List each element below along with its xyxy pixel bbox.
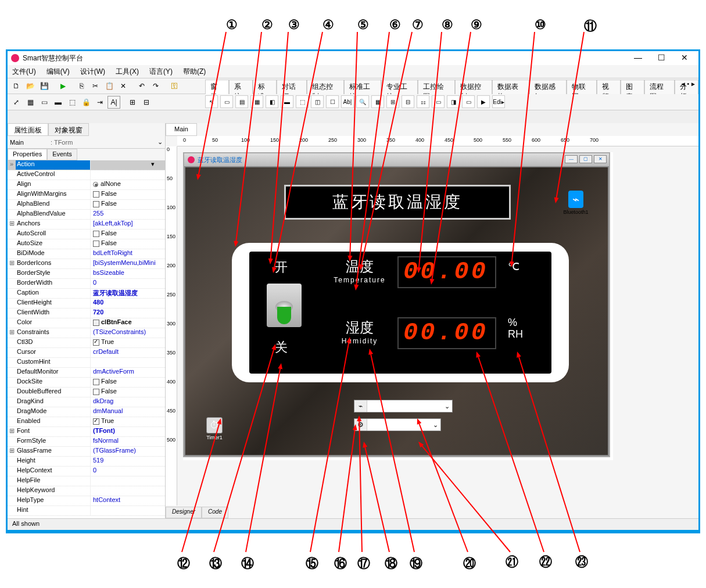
- palette-component[interactable]: ⊟: [402, 95, 414, 108]
- property-row[interactable]: AlignalNone: [8, 180, 165, 190]
- palette-component[interactable]: ⚏: [417, 95, 429, 108]
- palette-component[interactable]: ▶: [477, 95, 490, 108]
- toggle-switch[interactable]: [267, 284, 302, 327]
- chevron-down-icon[interactable]: ⌄: [430, 419, 440, 431]
- paste-icon[interactable]: 📋: [103, 80, 116, 92]
- designed-form[interactable]: 蓝牙读取温湿度 — ▢ ✕ 蓝牙读取温湿度 ⌁ Bluetooth1: [183, 152, 610, 457]
- chevron-down-icon[interactable]: ⌄: [157, 138, 163, 146]
- front-icon[interactable]: ▭: [38, 96, 51, 109]
- palette-component[interactable]: ▤: [235, 95, 248, 108]
- palette-component[interactable]: ▭: [220, 95, 233, 108]
- property-row[interactable]: ClientWidth720: [8, 309, 165, 318]
- property-row[interactable]: ⊞GlassFrame(TGlassFrame): [8, 447, 165, 457]
- palette-component[interactable]: ◧: [266, 95, 278, 108]
- save-icon[interactable]: 💾: [38, 80, 51, 92]
- design-canvas[interactable]: 蓝牙读取温湿度 — ▢ ✕ 蓝牙读取温湿度 ⌁ Bluetooth1: [183, 152, 613, 460]
- menu-item[interactable]: 编辑(V): [44, 66, 72, 78]
- property-row[interactable]: CursorcrDefault: [8, 348, 165, 358]
- temperature-display[interactable]: 00.00: [397, 256, 496, 288]
- property-tab[interactable]: Events: [47, 149, 77, 160]
- tabstrip-nav[interactable]: ◄•►: [680, 81, 696, 87]
- form-close-icon[interactable]: ✕: [594, 155, 607, 163]
- property-row[interactable]: Caption蓝牙读取温湿度: [8, 289, 165, 299]
- property-row[interactable]: Ctl3DTrue: [8, 338, 165, 348]
- palette-component[interactable]: ⬚: [296, 95, 309, 108]
- delete-icon[interactable]: ✕: [117, 80, 130, 92]
- palette-component[interactable]: ▬: [281, 95, 293, 108]
- property-row[interactable]: EnabledTrue: [8, 417, 165, 427]
- property-row[interactable]: HelpContext0: [8, 467, 165, 476]
- property-tab[interactable]: Properties: [8, 149, 47, 160]
- palette-component[interactable]: ▭: [432, 95, 445, 108]
- palette-component[interactable]: ◨: [447, 95, 460, 108]
- view-tab[interactable]: Code: [202, 507, 228, 518]
- object-selector[interactable]: Main : TForm ⌄: [8, 136, 165, 149]
- title-banner[interactable]: 蓝牙读取温湿度: [284, 185, 511, 220]
- run-icon[interactable]: ▶: [56, 80, 69, 92]
- snap-icon[interactable]: ⊞: [126, 96, 139, 109]
- palette-component[interactable]: ▭: [462, 95, 475, 108]
- inspector-tab[interactable]: 属性面板: [8, 123, 48, 136]
- property-row[interactable]: HelpTypehtContext: [8, 496, 165, 506]
- view-tab[interactable]: Designer: [166, 507, 202, 518]
- chevron-down-icon[interactable]: ⌄: [442, 400, 452, 412]
- form-min-icon[interactable]: —: [565, 155, 578, 163]
- property-row[interactable]: DragKinddkDrag: [8, 397, 165, 407]
- property-row[interactable]: HelpKeyword: [8, 486, 165, 496]
- cut-icon[interactable]: ✂: [89, 80, 102, 92]
- menu-item[interactable]: 文件(U): [10, 66, 38, 78]
- label-off[interactable]: 关: [275, 339, 288, 356]
- align-left-icon[interactable]: ⬚: [66, 96, 78, 109]
- property-row[interactable]: BorderStylebsSizeable: [8, 269, 165, 279]
- property-row[interactable]: AlphaBlendFalse: [8, 200, 165, 210]
- property-row[interactable]: DefaultMonitordmActiveForm: [8, 368, 165, 378]
- menu-item[interactable]: 工具(X): [113, 66, 141, 78]
- property-row[interactable]: AlphaBlendValue255: [8, 210, 165, 220]
- close-button[interactable]: ✕: [673, 51, 696, 64]
- humidity-label[interactable]: 湿度 Humidity: [325, 318, 395, 345]
- palette-component[interactable]: ◫: [311, 95, 324, 108]
- palette-component[interactable]: Edi▸: [492, 95, 505, 108]
- property-row[interactable]: DragModedmManual: [8, 407, 165, 417]
- property-row[interactable]: CustomHint: [8, 358, 165, 368]
- property-row[interactable]: DoubleBufferedFalse: [8, 388, 165, 397]
- menu-item[interactable]: 语言(Y): [147, 66, 175, 78]
- humidity-unit[interactable]: % RH: [508, 317, 523, 340]
- property-row[interactable]: ActiveControl: [8, 170, 165, 180]
- text-icon[interactable]: A|: [107, 96, 120, 109]
- property-row[interactable]: BiDiModebdLeftToRight: [8, 249, 165, 259]
- palette-component[interactable]: ▦: [371, 95, 384, 108]
- align-tool-icon[interactable]: ⤢: [10, 96, 23, 109]
- property-row[interactable]: FormStylefsNormal: [8, 437, 165, 447]
- grid-icon[interactable]: ⊟: [140, 96, 153, 109]
- form-max-icon[interactable]: ▢: [579, 155, 592, 163]
- lock-icon[interactable]: 🔒: [80, 96, 92, 109]
- palette-component[interactable]: Ab|: [341, 95, 354, 108]
- property-row[interactable]: ColorclBtnFace: [8, 318, 165, 328]
- device-combobox[interactable]: ⌁⌄: [354, 400, 453, 413]
- property-row[interactable]: AlignWithMarginsFalse: [8, 190, 165, 200]
- property-row[interactable]: ClientHeight480: [8, 299, 165, 309]
- menu-item[interactable]: 设计(W): [78, 66, 107, 78]
- property-row[interactable]: ⊞Font(TFont): [8, 427, 165, 437]
- service-combobox[interactable]: ⚙⌄: [354, 418, 441, 431]
- timer-component[interactable]: ⏱ Timer1: [203, 417, 226, 440]
- palette-component[interactable]: 🔍: [356, 95, 369, 108]
- group-icon[interactable]: ▦: [24, 96, 37, 109]
- menu-item[interactable]: 帮助(Z): [181, 66, 208, 78]
- redo-icon[interactable]: ↷: [149, 80, 162, 92]
- property-row[interactable]: DockSiteFalse: [8, 378, 165, 388]
- tab-order-icon[interactable]: ⇥: [94, 96, 106, 109]
- undo-icon[interactable]: ↶: [135, 80, 148, 92]
- key-icon[interactable]: ⚿: [168, 80, 181, 92]
- palette-component[interactable]: ☐: [326, 95, 339, 108]
- humidity-display[interactable]: 00.00: [397, 317, 496, 349]
- back-icon[interactable]: ▬: [52, 96, 64, 109]
- black-panel[interactable]: 开 关 温度 Temperature 00.00 ℃: [249, 252, 551, 374]
- label-on[interactable]: 开: [275, 259, 288, 276]
- form-background-image[interactable]: 蓝牙读取温湿度 ⌁ Bluetooth1 开 关: [185, 167, 608, 455]
- open-icon[interactable]: 📂: [24, 80, 37, 92]
- property-row[interactable]: AutoScrollFalse: [8, 230, 165, 239]
- property-row[interactable]: ⊞BorderIcons[biSystemMenu,biMini: [8, 259, 165, 269]
- property-row[interactable]: Height519: [8, 457, 165, 467]
